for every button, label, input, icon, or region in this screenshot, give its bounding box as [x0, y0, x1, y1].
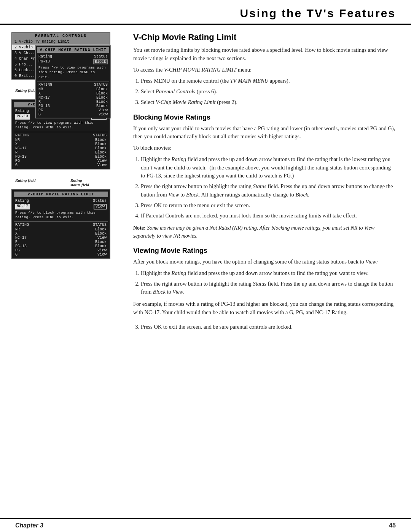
v-pg: PGView: [14, 248, 108, 252]
page-title: Using the TV's Features: [15, 7, 396, 24]
overlay-col-status: Status: [94, 54, 108, 59]
access-steps: Press MENU on the remote control (the TV…: [141, 77, 396, 106]
rating-label-3: Rating: [70, 178, 82, 182]
access-step-3: Select V-Chip Movie Rating Limit (press …: [141, 98, 396, 107]
blocking-steps: Highlight the Rating field and press the…: [141, 155, 396, 220]
vchip-intro: You set movie rating limits by blocking …: [133, 46, 396, 63]
screenshot-group-3: Rating field Rating status field V-CHIP …: [11, 178, 122, 259]
parental-controls-wrapper: PARENTAL CONTROLS 1 V-Chip TV Rating Lim…: [11, 32, 122, 80]
viewing-rating-btn: NC-17: [15, 204, 30, 209]
blocking-rating-btn: PG-13: [15, 114, 30, 120]
viewing-step3-list: Press OK to exit the screen, and be sure…: [141, 323, 396, 331]
blocking-intro: If you only want your child to watch mov…: [133, 125, 396, 141]
blocking-section-title: Blocking Movie Ratings: [133, 113, 396, 121]
overlay-nr: NRBlock: [37, 87, 109, 91]
overlay-col-rating: Rating: [38, 54, 52, 59]
overlay-title: V-CHIP MOVIE RATING LIMIT: [37, 47, 109, 53]
blocking-step-2: Press the right arrow button to highligh…: [141, 182, 396, 199]
overlay-col-headers: Rating Status: [37, 54, 109, 59]
screenshot-group-1: PARENTAL CONTROLS 1 V-Chip TV Rating Lim…: [11, 32, 122, 80]
vchip-section-title: V-Chip Movie Rating Limit: [133, 32, 396, 42]
b-x: XBlock: [14, 142, 108, 146]
viewing-example: For example, if movies with a rating of …: [133, 300, 396, 317]
rating-field-label: Rating field: [15, 88, 35, 93]
footer-chapter: Chapter 3: [15, 522, 43, 529]
parental-menu-title: PARENTAL CONTROLS: [12, 33, 110, 39]
to-block-label: To block movies:: [133, 144, 396, 152]
b-nr: NRBlock: [14, 138, 108, 142]
v-x: XBlock: [14, 232, 108, 236]
field-labels-3: Rating field Rating status field: [11, 178, 122, 189]
overlay-x: XBlock: [37, 91, 109, 96]
v-g: GView: [14, 252, 108, 257]
viewing-title: V-CHIP MOVIE RATING LIMIT: [14, 192, 108, 197]
access-step-1: Press MENU on the remote control (the TV…: [141, 77, 396, 85]
access-label: To access the V-CHIP MOVIE RATING LIMIT …: [133, 66, 396, 74]
overlay-g: GView: [37, 112, 109, 117]
blocking-header-row: RATING STATUS: [14, 133, 108, 138]
overlay-info: Press ^/v to view programs with this rat…: [37, 65, 109, 80]
viewing-intro: After you block movie ratings, you have …: [133, 258, 396, 266]
viewing-status-btn: View: [94, 204, 107, 209]
viewing-current-row: NC-17 View: [14, 203, 108, 210]
b-nc17: NC-17Block: [14, 146, 108, 150]
rating-field-label-3: Rating field: [15, 178, 35, 182]
overlay-header-row: RATING STATUS: [37, 82, 109, 87]
blocking-step-3: Press OK to return to the menu or exit t…: [141, 201, 396, 210]
overlay-block-btn: Block: [93, 59, 108, 64]
overlay-pg: PGView: [37, 108, 109, 112]
blocking-note: Note: Some movies may be given a Not Rat…: [133, 224, 396, 240]
viewing-step-3: Press OK to exit the screen, and be sure…: [141, 323, 396, 331]
v-nc17: NC-17View: [14, 236, 108, 240]
v-r: RBlock: [14, 240, 108, 244]
overlay-nc17: NC-17Block: [37, 96, 109, 100]
parental-menu-screen: PARENTAL CONTROLS 1 V-Chip TV Rating Lim…: [11, 32, 110, 80]
blocking-info: Press ^/v to view programs with this rat…: [14, 120, 108, 131]
viewing-info: Press ^/v to block programs with this ra…: [14, 210, 108, 221]
access-step-2: Select Parental Controls (press 6).: [141, 88, 396, 96]
b-g: GView: [14, 163, 108, 167]
viewing-screen: V-CHIP MOVIE RATING LIMIT Rating Status …: [11, 189, 110, 259]
page-header: Using the TV's Features: [0, 0, 411, 25]
viewing-steps: Highlight the Rating field and press the…: [141, 269, 396, 296]
b-pg13: PG-13Block: [14, 155, 108, 159]
viewing-col-headers: Rating Status: [14, 198, 108, 203]
viewing-step-1: Highlight the Rating field and press the…: [141, 269, 396, 278]
v-pg13: PG-13Block: [14, 244, 108, 248]
b-r: RBlock: [14, 150, 108, 155]
viewing-step-2: Press the right arrow button to highligh…: [141, 280, 396, 297]
right-column: V-Chip Movie Rating Limit You set movie …: [133, 32, 396, 335]
viewing-section-title: Viewing Movie Ratings: [133, 247, 396, 255]
overlay-pg13: PG-13Block: [37, 104, 109, 108]
viewing-header-row: RATING STATUS: [14, 222, 108, 227]
overlay-r: RBlock: [37, 100, 109, 104]
left-column: PARENTAL CONTROLS 1 V-Chip TV Rating Lim…: [11, 32, 122, 335]
status-field-label-3: status field: [70, 182, 89, 187]
overlay-current-row: PG-13 Block: [37, 59, 109, 65]
main-content: PARENTAL CONTROLS 1 V-Chip TV Rating Lim…: [0, 25, 411, 342]
overlay-current-rating: PG-13: [38, 59, 50, 64]
blocking-step-1: Highlight the Rating field and press the…: [141, 155, 396, 180]
footer-page: 45: [389, 522, 396, 529]
page-footer: Chapter 3 45: [0, 518, 411, 532]
menu-item-1: 1 V-Chip TV Rating Limit: [12, 39, 110, 45]
vchip-overlay-screen: V-CHIP MOVIE RATING LIMIT Rating Status …: [35, 45, 111, 118]
b-pg: PGView: [14, 159, 108, 163]
v-nr: NRBlock: [14, 227, 108, 232]
blocking-step-4: If Parental Controls are not locked, you…: [141, 212, 396, 220]
